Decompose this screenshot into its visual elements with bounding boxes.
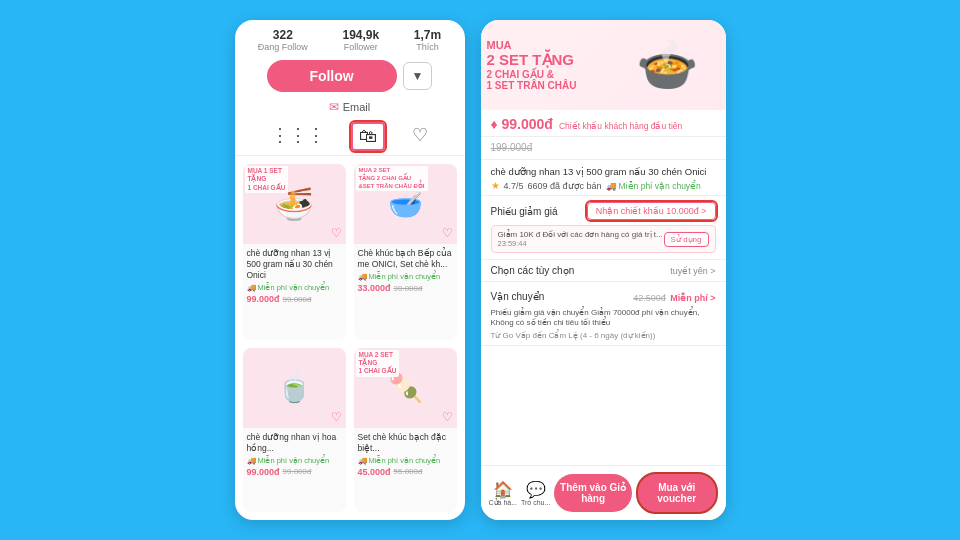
add-to-cart-button[interactable]: Thêm vào Giỏ hàng <box>554 474 632 512</box>
old-price-1: 99.000đ <box>283 295 312 304</box>
promo-badge-2: MUA 2 SETTẶNG 2 CHAI GẤU&SET TRÂN CHÂU Đ… <box>356 166 428 191</box>
likes-label: Thích <box>414 42 441 52</box>
stat-likes: 1,7m Thích <box>414 28 441 52</box>
home-icon: 🏠 <box>493 480 513 499</box>
discount-row: Giảm 10K đ Đối với các đơn hàng có giá t… <box>491 225 716 253</box>
product-name-1: chè dưỡng nhan 13 vị 500 gram nấu 30 ché… <box>247 248 342 281</box>
product-card[interactable]: MUA 1 SETTẶNG1 CHAI GẤU 🍜 ♡ chè dưỡng nh… <box>243 164 346 340</box>
tab-heart-icon[interactable]: ♡ <box>406 122 434 151</box>
product-info-4: Set chè khúc bạch đặc biệt... 🚚 Miễn phí… <box>354 428 457 483</box>
shipping-route: Từ Go Vấp đến Cẩm Lệ (4 - 6 ngày (dự kiế… <box>491 331 716 340</box>
free-delivery: 🚚 Miễn phí vận chuyển <box>606 181 701 191</box>
old-price-4: 55.000đ <box>394 467 423 476</box>
options-section: Chọn các tùy chọn tuyết yên > <box>481 260 726 282</box>
wishlist-icon-1[interactable]: ♡ <box>331 226 342 240</box>
ship-label-3: Miễn phí vận chuyển <box>258 456 330 465</box>
banner-chai: 2 CHAI GẤU & <box>487 69 604 80</box>
crossed-price: 199.000đ <box>491 142 533 153</box>
rating-value: 4.7/5 <box>504 181 524 191</box>
star-rating: ★ <box>491 180 500 191</box>
product-image-3: 🍵 ♡ <box>243 348 346 428</box>
ship-icon-3: 🚚 <box>247 456 256 465</box>
use-coupon-button[interactable]: Sử dụng <box>664 232 709 247</box>
home-icon-btn[interactable]: 🏠 Cửa hà... <box>489 480 518 507</box>
price-4: 45.000đ <box>358 467 391 477</box>
product-card-3[interactable]: 🍵 ♡ chè dưỡng nhan vị hoa hồng... 🚚 Miễn… <box>243 348 346 512</box>
product-image-2: MUA 2 SETTẶNG 2 CHAI GẤU&SET TRÂN CHÂU Đ… <box>354 164 457 244</box>
banner-image-area: 🍲 <box>609 36 726 94</box>
followers-label: Follower <box>342 42 379 52</box>
food-emoji-3: 🍵 <box>277 371 312 404</box>
follow-row: Follow ▼ <box>235 54 465 98</box>
bowl-image: 🍲 <box>636 36 698 94</box>
banner-mua: MUA <box>487 39 604 51</box>
ship-label-4: Miễn phí vận chuyển <box>369 456 441 465</box>
email-label: Email <box>343 101 371 113</box>
banner-text-block: MUA 2 SET TẶNG 2 CHAI GẤU & 1 SET TRÂN C… <box>481 31 610 99</box>
shipping-free-label: Miễn phí > <box>670 293 715 303</box>
tab-shop-icon[interactable]: 🛍 <box>351 122 385 151</box>
ship-icon-2: 🚚 <box>358 272 367 281</box>
coupon-row: Phiếu giảm giá Nhận chiết khấu 10.000đ > <box>491 202 716 220</box>
banner-tran: 1 SET TRÂN CHÂU <box>487 80 604 91</box>
free-ship-2: 🚚 Miễn phí vận chuyển <box>358 272 453 281</box>
price-row-4: 45.000đ 55.000đ <box>358 467 453 477</box>
following-label: Đang Follow <box>258 42 308 52</box>
banner-highlight: 2 SET TẶNG <box>487 51 604 69</box>
email-row: ✉ Email <box>235 98 465 118</box>
price-2: 33.000đ <box>358 283 391 293</box>
product-desc-section: chè dưỡng nhan 13 vị 500 gram nấu 30 ché… <box>481 160 726 196</box>
coupon-placeholder: Nhận chiết khấu 10.000đ > <box>596 206 707 216</box>
shipping-row: Vận chuyển 42.500đ Miễn phí > <box>491 287 716 305</box>
buy-with-voucher-button[interactable]: Mua với voucher <box>636 472 718 514</box>
chat-icon-btn[interactable]: 💬 Trò chu... <box>521 480 550 506</box>
free-ship-3: 🚚 Miễn phí vận chuyển <box>247 456 342 465</box>
chat-icon: 💬 <box>526 480 546 499</box>
product-name-4: Set chè khúc bạch đặc biệt... <box>358 432 453 454</box>
phones-wrapper: 322 Đang Follow 194,9k Follower 1,7m Thí… <box>235 20 726 520</box>
left-phone: 322 Đang Follow 194,9k Follower 1,7m Thí… <box>235 20 465 520</box>
promo-badge-1: MUA 1 SETTẶNG1 CHAI GẤU <box>245 166 289 193</box>
shipping-prices: 42.500đ Miễn phí > <box>633 287 715 305</box>
wishlist-icon-2[interactable]: ♡ <box>442 226 453 240</box>
shipping-label: Vận chuyển <box>491 291 545 302</box>
product-card-4[interactable]: MUA 2 SETTẶNG1 CHAI GẤU 🍡 ♡ Set chè khúc… <box>354 348 457 512</box>
free-ship-1: 🚚 Miễn phí vận chuyển <box>247 283 342 292</box>
coupon-section: Phiếu giảm giá Nhận chiết khấu 10.000đ >… <box>481 196 726 260</box>
product-name-3: chè dưỡng nhan vị hoa hồng... <box>247 432 342 454</box>
delivery-label: Miễn phí vận chuyển <box>619 181 701 191</box>
price-row-3: 99.000đ 99.000đ <box>247 467 342 477</box>
food-emoji-2: 🥣 <box>388 188 423 221</box>
stat-following: 322 Đang Follow <box>258 28 308 52</box>
product-info-3: chè dưỡng nhan vị hoa hồng... 🚚 Miễn phí… <box>243 428 346 483</box>
price-row-1: 99.000đ 99.000đ <box>247 294 342 304</box>
wishlist-icon-3[interactable]: ♡ <box>331 410 342 424</box>
crossed-price-row: 199.000đ <box>481 137 726 160</box>
product-info-1: chè dưỡng nhan 13 vị 500 gram nấu 30 ché… <box>243 244 346 310</box>
dropdown-button[interactable]: ▼ <box>403 62 433 90</box>
wishlist-icon-4[interactable]: ♡ <box>442 410 453 424</box>
banner-area: MUA 2 SET TẶNG 2 CHAI GẤU & 1 SET TRÂN C… <box>481 20 726 110</box>
bottom-bar: 🏠 Cửa hà... 💬 Trò chu... Thêm vào Giỏ hà… <box>481 465 726 520</box>
follow-button[interactable]: Follow <box>267 60 397 92</box>
coupon-label: Phiếu giảm giá <box>491 206 558 217</box>
shipping-section: Vận chuyển 42.500đ Miễn phí > Phiếu giảm… <box>481 282 726 346</box>
discount-text: Giảm 10K đ Đối với các đơn hàng có giá t… <box>498 230 663 239</box>
ship-label-1: Miễn phí vận chuyển <box>258 283 330 292</box>
price-row-2: 33.000đ 39.000đ <box>358 283 453 293</box>
product-card-2[interactable]: MUA 2 SETTẶNG 2 CHAI GẤU&SET TRÂN CHÂU Đ… <box>354 164 457 340</box>
stats-row: 322 Đang Follow 194,9k Follower 1,7m Thí… <box>235 20 465 54</box>
price-section: ♦ 99.000đ Chiết khấu khách hàng đầu tiên <box>481 110 726 137</box>
likes-value: 1,7m <box>414 28 441 42</box>
chat-label: Trò chu... <box>521 499 550 506</box>
sold-count: 6609 đã được bán <box>528 181 602 191</box>
coupon-input[interactable]: Nhận chiết khấu 10.000đ > <box>587 202 716 220</box>
discount-timer: 23:59:44 <box>498 239 663 248</box>
discount-info: Giảm 10K đ Đối với các đơn hàng có giá t… <box>498 230 663 248</box>
right-phone: MUA 2 SET TẶNG 2 CHAI GẤU & 1 SET TRÂN C… <box>481 20 726 520</box>
tab-grid-icon[interactable]: ⋮⋮⋮ <box>265 122 331 151</box>
product-title: chè dưỡng nhan 13 vị 500 gram nấu 30 ché… <box>491 166 716 177</box>
options-link[interactable]: tuyết yên > <box>670 266 715 276</box>
rating-row: ★ 4.7/5 6609 đã được bán 🚚 Miễn phí vận … <box>491 180 716 191</box>
email-icon: ✉ <box>329 100 339 114</box>
